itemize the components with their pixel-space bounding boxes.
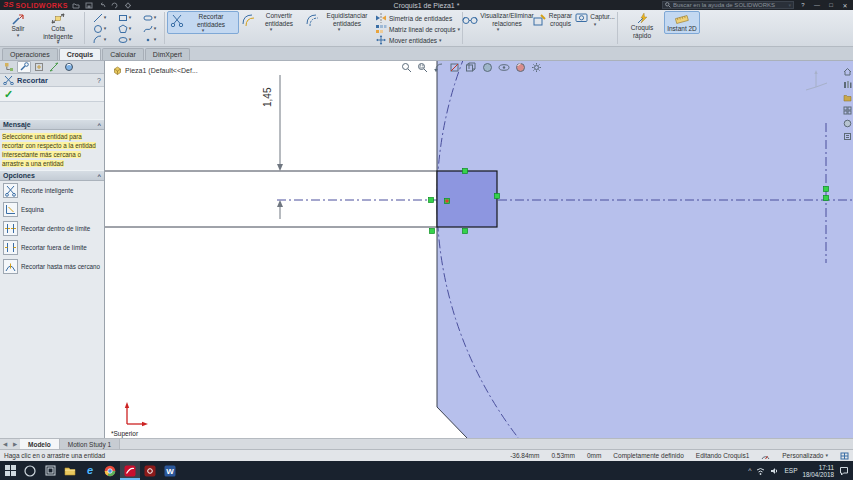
panel-help-icon[interactable]: ? bbox=[97, 77, 101, 84]
word-taskbar-button[interactable]: W bbox=[160, 461, 180, 480]
smart-dimension-dropdown-icon[interactable]: ▾ bbox=[57, 40, 60, 45]
option-trim-nearest[interactable]: Recortar hasta más cercano bbox=[0, 257, 104, 276]
dimxpertmanager-tab-icon[interactable] bbox=[47, 61, 61, 73]
slot-tool[interactable]: ▾ bbox=[137, 12, 162, 23]
convert-entities-button[interactable]: Convertir entidades ▾ bbox=[239, 11, 303, 32]
ellipse-tool[interactable]: ▾ bbox=[112, 34, 137, 45]
option-smart-trim[interactable]: Recorte inteligente bbox=[0, 181, 104, 200]
arc-dropdown-icon[interactable]: ▾ bbox=[104, 37, 107, 42]
convert-entities-dropdown-icon[interactable]: ▾ bbox=[270, 27, 273, 32]
point-dropdown-icon[interactable]: ▾ bbox=[154, 37, 157, 42]
rapid-sketch-button[interactable]: Croquis rápido bbox=[620, 11, 664, 39]
dimension-1-45[interactable]: 1,45 bbox=[262, 75, 283, 219]
save-icon[interactable] bbox=[85, 1, 94, 9]
selected-point[interactable] bbox=[445, 199, 449, 203]
display-relations-dropdown-icon[interactable]: ▾ bbox=[497, 27, 500, 32]
quantity-gauge-icon[interactable] bbox=[761, 452, 770, 460]
linear-pattern-button[interactable]: Matriz lineal de croquis ▾ bbox=[375, 24, 460, 34]
option-trim-outside[interactable]: Recortar fuera de límite bbox=[0, 238, 104, 257]
circle-dropdown-icon[interactable]: ▾ bbox=[104, 26, 107, 31]
options-section-header[interactable]: Opciones ^ bbox=[0, 170, 104, 181]
graphics-area[interactable]: 1,45 Pi bbox=[105, 61, 853, 438]
breadcrumb[interactable]: Pieza1 (Default<<Def... bbox=[113, 66, 198, 75]
tab-operaciones[interactable]: Operaciones bbox=[2, 48, 58, 60]
move-entities-button[interactable]: Mover entidades ▾ bbox=[375, 35, 460, 45]
search-button[interactable] bbox=[20, 461, 40, 480]
view-palette-icon[interactable] bbox=[843, 106, 852, 115]
point-tool[interactable]: ▾ bbox=[137, 34, 162, 45]
trim-outside-icon[interactable] bbox=[3, 240, 18, 255]
corner-trim-icon[interactable] bbox=[3, 202, 18, 217]
minimize-button[interactable]: — bbox=[812, 2, 822, 8]
edrawings-taskbar-button[interactable] bbox=[140, 461, 160, 480]
tab-scroll-right-icon[interactable]: ▶ bbox=[10, 439, 20, 449]
offset-entities-button[interactable]: Equidistanciar entidades ▾ bbox=[303, 11, 375, 32]
taskbar-clock[interactable]: 17:11 18/04/2018 bbox=[802, 464, 834, 478]
arc-tool[interactable]: ▾ bbox=[87, 34, 112, 45]
display-style-icon[interactable] bbox=[482, 62, 493, 73]
view-orientation-icon[interactable] bbox=[465, 62, 477, 73]
edit-appearance-icon[interactable] bbox=[515, 62, 526, 73]
close-button[interactable]: ✕ bbox=[840, 2, 850, 9]
exit-sketch-button[interactable]: Salir ▾ bbox=[2, 11, 34, 38]
polygon-dropdown-icon[interactable]: ▾ bbox=[129, 26, 132, 31]
trim-entities-button[interactable]: Recortar entidades ▾ bbox=[167, 11, 239, 34]
sketch-canvas[interactable]: 1,45 bbox=[105, 61, 853, 438]
units-dropdown-icon[interactable]: ▾ bbox=[825, 453, 828, 458]
configurationmanager-tab-icon[interactable] bbox=[32, 61, 46, 73]
circle-tool[interactable]: ▾ bbox=[87, 23, 112, 34]
options-icon[interactable] bbox=[124, 1, 133, 9]
tab-scroll-left-icon[interactable]: ◀ bbox=[0, 439, 10, 449]
linear-pattern-dropdown-icon[interactable]: ▾ bbox=[457, 27, 460, 32]
display-relations-button[interactable]: Visualizar/Eliminar relaciones ▾ bbox=[465, 11, 531, 32]
tab-modelo[interactable]: Modelo bbox=[20, 439, 60, 449]
edge-button[interactable]: e bbox=[80, 461, 100, 480]
shaded-region[interactable] bbox=[437, 61, 853, 438]
file-explorer-icon[interactable] bbox=[843, 93, 852, 102]
custom-properties-icon[interactable] bbox=[843, 132, 852, 141]
status-grid-icon[interactable] bbox=[840, 452, 849, 460]
volume-icon[interactable] bbox=[770, 467, 779, 475]
appearances-icon[interactable] bbox=[843, 119, 852, 128]
task-view-button[interactable] bbox=[40, 461, 60, 480]
open-icon[interactable] bbox=[72, 1, 81, 9]
home-icon[interactable] bbox=[843, 67, 852, 76]
rebuild-icon[interactable] bbox=[111, 1, 120, 9]
option-corner[interactable]: Esquina bbox=[0, 200, 104, 219]
capture-dropdown-icon[interactable]: ▾ bbox=[594, 22, 597, 27]
file-explorer-button[interactable] bbox=[60, 461, 80, 480]
chrome-button[interactable] bbox=[100, 461, 120, 480]
action-center-icon[interactable] bbox=[839, 466, 849, 476]
move-entities-dropdown-icon[interactable]: ▾ bbox=[439, 38, 442, 43]
rectangle-tool[interactable]: ▾ bbox=[112, 12, 137, 23]
search-scope-dropdown-icon[interactable]: ▾ bbox=[788, 3, 791, 8]
start-button[interactable] bbox=[0, 461, 20, 480]
dimension-value[interactable]: 1,45 bbox=[262, 87, 273, 107]
smart-dimension-button[interactable]: Cota inteligente ▾ bbox=[34, 11, 82, 45]
offset-entities-dropdown-icon[interactable]: ▾ bbox=[338, 27, 341, 32]
slot-dropdown-icon[interactable]: ▾ bbox=[154, 15, 157, 20]
language-indicator[interactable]: ESP bbox=[784, 467, 797, 474]
capture-button[interactable]: Captur... ▾ bbox=[575, 11, 615, 27]
zoom-area-icon[interactable] bbox=[417, 62, 428, 73]
rectangle-dropdown-icon[interactable]: ▾ bbox=[129, 15, 132, 20]
section-view-icon[interactable] bbox=[449, 62, 460, 73]
ok-button[interactable]: ✓ bbox=[4, 89, 13, 100]
hide-show-items-icon[interactable] bbox=[498, 62, 510, 73]
tab-dimxpert[interactable]: DimXpert bbox=[145, 48, 190, 60]
line-dropdown-icon[interactable]: ▾ bbox=[104, 15, 107, 20]
collapse-chevron-icon[interactable]: ^ bbox=[97, 173, 101, 179]
collapse-chevron-icon[interactable]: ^ bbox=[97, 122, 101, 128]
mirror-entities-button[interactable]: Simetría de entidades bbox=[375, 13, 460, 23]
tab-calcular[interactable]: Calcular bbox=[102, 48, 144, 60]
displaymanager-tab-icon[interactable] bbox=[62, 61, 76, 73]
exit-sketch-dropdown-icon[interactable]: ▾ bbox=[17, 33, 20, 38]
propertymanager-tab-icon[interactable] bbox=[17, 61, 31, 73]
tab-croquis[interactable]: Croquis bbox=[59, 48, 101, 60]
zoom-fit-icon[interactable] bbox=[401, 62, 412, 73]
spline-dropdown-icon[interactable]: ▾ bbox=[154, 26, 157, 31]
tab-motion-study[interactable]: Motion Study 1 bbox=[60, 439, 120, 449]
design-library-icon[interactable] bbox=[843, 80, 852, 89]
line-tool[interactable]: ▾ bbox=[87, 12, 112, 23]
repair-sketch-button[interactable]: Reparar croquis bbox=[531, 11, 575, 27]
